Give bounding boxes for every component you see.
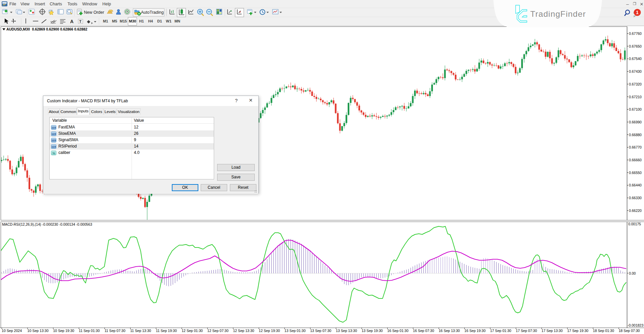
svg-text:0.66440: 0.66440 — [629, 183, 642, 187]
svg-text:A: A — [70, 19, 73, 24]
svg-text:18 Sep 07:30: 18 Sep 07:30 — [618, 329, 640, 333]
svg-text:0.00: 0.00 — [629, 271, 636, 275]
svg-text:17 Sep 13:30: 17 Sep 13:30 — [542, 329, 563, 333]
svg-text:17 Sep 07:30: 17 Sep 07:30 — [516, 329, 537, 333]
svg-text:17 Sep 01:30: 17 Sep 01:30 — [490, 329, 511, 333]
svg-text:16 Sep 07:30: 16 Sep 07:30 — [413, 329, 434, 333]
svg-text:11 Sep 07:30: 11 Sep 07:30 — [104, 329, 125, 333]
svg-text:0.66990: 0.66990 — [629, 120, 642, 124]
svg-text:New Order: New Order — [84, 10, 104, 15]
svg-text:0.67430: 0.67430 — [629, 69, 642, 73]
svg-text:MACD-RSI(12,26,9),(14) -0.0002: MACD-RSI(12,26,9),(14) -0.000230 -0.0001… — [2, 222, 92, 226]
svg-text:0.00175: 0.00175 — [628, 222, 641, 226]
svg-text:0.66660: 0.66660 — [629, 158, 642, 162]
svg-text:10 Sep 2024: 10 Sep 2024 — [2, 329, 22, 333]
svg-text:AUDUSD,M30 0.62869 0.62900 0.: AUDUSD,M30 0.62869 0.62900 0.62866 0.628… — [6, 27, 87, 31]
svg-text:0.66880: 0.66880 — [629, 133, 642, 137]
svg-text:13 Sep 19:30: 13 Sep 19:30 — [361, 329, 383, 333]
svg-text:T: T — [79, 19, 82, 23]
svg-text:0.67650: 0.67650 — [629, 44, 642, 48]
svg-text:10 Sep 19:30: 10 Sep 19:30 — [53, 329, 74, 333]
svg-text:12 Sep 01:30: 12 Sep 01:30 — [182, 329, 203, 333]
svg-text:1: 1 — [636, 10, 639, 15]
svg-text:11 Sep 01:30: 11 Sep 01:30 — [79, 329, 100, 333]
svg-text:0.67760: 0.67760 — [629, 32, 642, 36]
svg-text:0.67100: 0.67100 — [629, 107, 642, 111]
svg-text:0.66550: 0.66550 — [629, 171, 642, 175]
svg-text:0.66330: 0.66330 — [629, 196, 642, 200]
svg-text:11 Sep 13:30: 11 Sep 13:30 — [130, 329, 151, 333]
svg-text:12 Sep 19:30: 12 Sep 19:30 — [259, 329, 280, 333]
svg-text:0.67320: 0.67320 — [629, 82, 642, 86]
svg-text:0.67540: 0.67540 — [629, 57, 642, 61]
svg-text:16 Sep 13:30: 16 Sep 13:30 — [439, 329, 460, 333]
svg-text:TradingFinder: TradingFinder — [530, 9, 586, 18]
svg-text:-0.001823: -0.001823 — [628, 323, 643, 327]
svg-text:12 Sep 13:30: 12 Sep 13:30 — [233, 329, 254, 333]
svg-text:18 Sep 01:30: 18 Sep 01:30 — [593, 329, 614, 333]
svg-text:0.66220: 0.66220 — [629, 209, 642, 213]
svg-text:0.67210: 0.67210 — [629, 95, 642, 99]
svg-text:16 Sep 01:30: 16 Sep 01:30 — [387, 329, 408, 333]
svg-text:10 Sep 13:30: 10 Sep 13:30 — [28, 329, 49, 333]
svg-text:11 Sep 19:30: 11 Sep 19:30 — [156, 329, 177, 333]
svg-text:13 Sep 01:30: 13 Sep 01:30 — [285, 329, 306, 333]
svg-text:17 Sep 19:30: 17 Sep 19:30 — [567, 329, 588, 333]
svg-text:16 Sep 19:30: 16 Sep 19:30 — [464, 329, 486, 333]
svg-text:0.66770: 0.66770 — [629, 145, 642, 149]
svg-text:13 Sep 07:30: 13 Sep 07:30 — [310, 329, 331, 333]
svg-text:12 Sep 07:30: 12 Sep 07:30 — [207, 329, 229, 333]
svg-text:AutoTrading: AutoTrading — [141, 10, 164, 15]
svg-text:13 Sep 13:30: 13 Sep 13:30 — [336, 329, 357, 333]
